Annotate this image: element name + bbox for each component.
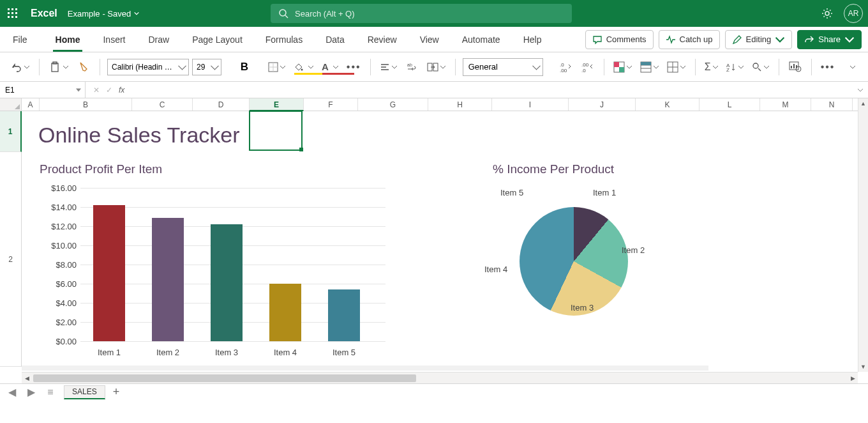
- column-header-E[interactable]: E: [250, 98, 304, 111]
- chevron-down-icon: [844, 35, 855, 45]
- cancel-formula-icon[interactable]: ✕: [93, 86, 100, 95]
- prev-sheet-button[interactable]: ◀: [6, 387, 18, 398]
- cells-area[interactable]: Online Sales Tracker Product Profit Per …: [22, 111, 868, 372]
- column-header-H[interactable]: H: [428, 98, 492, 111]
- all-sheets-button[interactable]: ≡: [45, 387, 56, 398]
- column-header-D[interactable]: D: [193, 98, 250, 111]
- bar-item-5: [328, 289, 360, 341]
- document-name-button[interactable]: Example - Saved: [68, 9, 140, 19]
- align-button[interactable]: [378, 58, 400, 77]
- tab-insert[interactable]: Insert: [91, 27, 137, 52]
- column-header-N[interactable]: N: [811, 98, 853, 111]
- format-table-button[interactable]: [638, 58, 661, 77]
- column-header-J[interactable]: J: [569, 98, 636, 111]
- borders-button[interactable]: [266, 58, 288, 77]
- ribbon-collapse-button[interactable]: [844, 58, 862, 77]
- select-all-corner[interactable]: [0, 98, 22, 111]
- column-header-G[interactable]: G: [358, 98, 428, 111]
- tab-home[interactable]: Home: [44, 27, 92, 52]
- column-header-B[interactable]: B: [40, 98, 132, 111]
- scroll-thumb[interactable]: [33, 374, 416, 382]
- conditional-formatting-button[interactable]: [611, 58, 634, 77]
- column-header-C[interactable]: C: [132, 98, 193, 111]
- tab-review[interactable]: Review: [356, 27, 408, 52]
- tab-formulas[interactable]: Formulas: [254, 27, 314, 52]
- add-sheet-button[interactable]: +: [113, 385, 120, 399]
- chevron-down-icon: [24, 64, 30, 70]
- decrease-decimal-button[interactable]: .00.0: [579, 58, 597, 77]
- search-icon: [278, 8, 288, 19]
- paste-button[interactable]: [47, 58, 71, 77]
- share-button[interactable]: Share: [797, 30, 862, 49]
- font-color-button[interactable]: A: [320, 58, 341, 77]
- editing-mode-button[interactable]: Editing: [725, 30, 793, 49]
- bold-button[interactable]: B: [236, 58, 253, 77]
- settings-button[interactable]: [818, 4, 836, 22]
- bar-item-4: [269, 284, 301, 341]
- search-placeholder: Search (Alt + Q): [295, 9, 355, 19]
- formula-bar-expand-button[interactable]: [853, 87, 868, 93]
- wrap-text-button[interactable]: ab: [403, 58, 421, 77]
- tab-automate[interactable]: Automate: [451, 27, 512, 52]
- document-saved-suffix: - Saved: [102, 9, 131, 19]
- fill-color-button[interactable]: [292, 58, 316, 77]
- sheet-tab-sales[interactable]: SALES: [64, 385, 105, 399]
- search-input[interactable]: Search (Alt + Q): [271, 4, 572, 23]
- column-header-F[interactable]: F: [304, 98, 358, 111]
- column-header-A[interactable]: A: [22, 98, 40, 111]
- pie-chart: Item 1Item 2Item 3Item 4Item 5: [507, 194, 641, 328]
- column-header-K[interactable]: K: [636, 98, 700, 111]
- column-header-M[interactable]: M: [760, 98, 811, 111]
- formula-input[interactable]: [132, 82, 853, 98]
- undo-button[interactable]: [9, 58, 32, 77]
- row-header-2[interactable]: 2: [0, 152, 22, 367]
- analyze-data-button[interactable]: [786, 58, 804, 77]
- font-select[interactable]: Calibri (Headin …: [107, 59, 189, 75]
- autosum-button[interactable]: Σ: [703, 58, 721, 77]
- waffle-icon: [8, 8, 18, 19]
- account-avatar[interactable]: AR: [844, 4, 863, 23]
- row-header-1[interactable]: 1: [0, 111, 22, 152]
- fx-icon[interactable]: fx: [119, 86, 124, 95]
- brush-icon: [78, 61, 89, 73]
- cell-styles-button[interactable]: [665, 58, 688, 77]
- tab-draw[interactable]: Draw: [137, 27, 181, 52]
- enter-formula-icon[interactable]: ✓: [106, 86, 112, 95]
- column-header-L[interactable]: L: [700, 98, 760, 111]
- tab-help[interactable]: Help: [512, 27, 553, 52]
- format-painter-button[interactable]: [75, 58, 93, 77]
- svg-point-8: [301, 68, 303, 70]
- ribbon-more-button[interactable]: •••: [819, 58, 837, 77]
- tab-file[interactable]: File: [13, 27, 44, 52]
- tab-page-layout[interactable]: Page Layout: [181, 27, 254, 52]
- dec-decimal-icon: .00.0: [581, 61, 594, 73]
- scroll-right-icon[interactable]: ▶: [848, 375, 858, 381]
- chevron-down-icon: [133, 10, 140, 17]
- vertical-scrollbar[interactable]: ▲ ▼: [858, 98, 868, 372]
- active-cell[interactable]: [249, 111, 303, 151]
- catchup-button[interactable]: Catch up: [659, 30, 720, 49]
- app-launcher-button[interactable]: [0, 0, 26, 27]
- y-axis-tick: $0.00: [56, 337, 77, 346]
- tab-view[interactable]: View: [408, 27, 451, 52]
- find-button[interactable]: [750, 58, 772, 77]
- increase-decimal-button[interactable]: .0.00: [557, 58, 575, 77]
- number-format-select[interactable]: General: [463, 58, 543, 76]
- scroll-down-icon[interactable]: ▼: [858, 362, 868, 372]
- titlebar: Excel Example - Saved Search (Alt + Q) A…: [0, 0, 868, 27]
- merge-button[interactable]: [425, 58, 448, 77]
- name-box[interactable]: E1: [0, 82, 86, 98]
- horizontal-scrollbar[interactable]: ◀ ▶: [22, 372, 858, 383]
- sort-filter-button[interactable]: AZ: [724, 58, 746, 77]
- svg-point-31: [753, 63, 758, 68]
- search-icon: [752, 62, 762, 72]
- tab-data[interactable]: Data: [314, 27, 356, 52]
- column-header-I[interactable]: I: [492, 98, 569, 111]
- next-sheet-button[interactable]: ▶: [26, 387, 37, 398]
- clipboard-icon: [49, 61, 61, 73]
- y-axis-tick: $2.00: [56, 318, 77, 327]
- scroll-left-icon[interactable]: ◀: [22, 375, 32, 381]
- font-size-select[interactable]: 29: [192, 59, 221, 75]
- comments-button[interactable]: Comments: [585, 30, 654, 49]
- scroll-up-icon[interactable]: ▲: [858, 98, 868, 109]
